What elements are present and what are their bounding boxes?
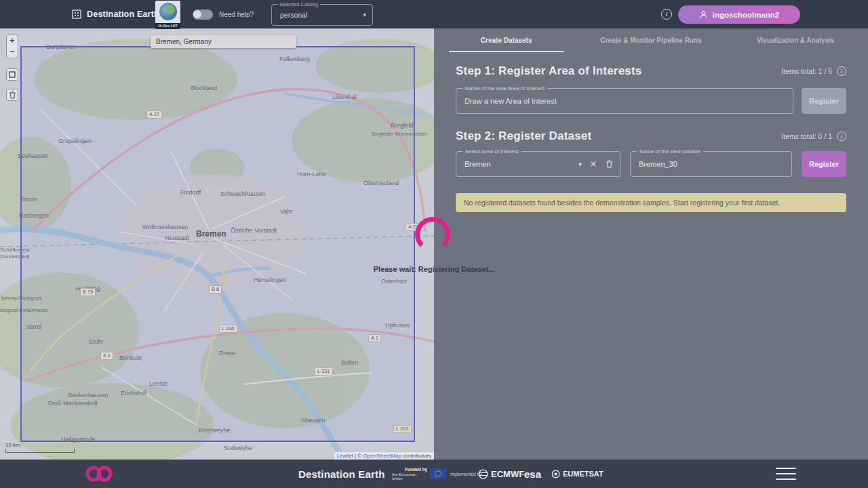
tab-bar: Create Datasets Create & Monitor Pipelin…	[434, 28, 868, 52]
loading-spinner	[415, 217, 450, 252]
dataset-name-field[interactable]: Name of the new Dataset Bremen_30	[630, 151, 792, 177]
info-icon[interactable]: i	[837, 66, 846, 76]
funded-by-line2: the European Union	[392, 472, 427, 481]
aoi-select[interactable]: Select Area of Interest Bremen ▾ ✕	[456, 151, 620, 177]
rectangle-icon	[9, 71, 16, 78]
user-icon	[699, 10, 708, 19]
aoi-select-label: Select Area of Interest	[462, 148, 521, 155]
hires-lst-button[interactable]: Hi-Res LST	[155, 1, 180, 29]
right-panel: Create Datasets Create & Monitor Pipelin…	[434, 28, 868, 460]
attribution-separator: | ©	[353, 453, 363, 459]
no-datasets-alert: No registered datasets found besides the…	[456, 193, 846, 212]
draw-rectangle-button[interactable]	[6, 68, 18, 81]
aoi-name-field[interactable]: Name of the new Area of Interest Draw a …	[456, 88, 793, 114]
esa-label: esa	[524, 468, 541, 480]
attribution-suffix: contributors	[401, 453, 431, 459]
destination-earth-logo-icon	[72, 9, 81, 19]
step2-form-row: Select Area of Interest Bremen ▾ ✕ Name …	[456, 151, 846, 177]
footer-brand: Destination Earth	[298, 460, 385, 488]
zoom-out-button[interactable]: −	[6, 46, 18, 58]
eu-flag-icon	[430, 468, 446, 479]
eumetsat-globe-icon	[551, 470, 560, 479]
clear-selection-icon[interactable]: ✕	[590, 159, 597, 169]
zoom-in-button[interactable]: +	[6, 35, 18, 47]
app-root: Destination Earth Hi-Res LST Need help? …	[0, 0, 868, 488]
step1-header: Step 1: Register Area of Interests Items…	[456, 62, 846, 80]
menu-button[interactable]	[776, 468, 796, 480]
brand-title: Destination Earth	[87, 9, 159, 19]
tab-visualization[interactable]: Visualization & Analysis	[724, 28, 868, 52]
dataset-name-field-label: Name of the new Dataset	[637, 148, 703, 155]
map-canvas[interactable]: BurgdammFalkenbergBlocklandLilienthalBor…	[0, 28, 434, 460]
menu-icon-bar	[776, 479, 796, 480]
toggle-knob	[193, 10, 201, 18]
step2-title: Step 2: Register Dataset	[456, 129, 591, 143]
chevron-down-icon: ▾	[363, 12, 366, 18]
ecmwf-globe-icon	[478, 469, 488, 479]
register-dataset-button[interactable]: Register	[802, 151, 846, 177]
menu-icon-bar	[776, 468, 796, 469]
aoi-name-field-label: Name of the new Area of Interest	[462, 85, 547, 92]
catalog-select-label: Selected Catalog	[277, 1, 320, 7]
ecmwf-logo: ECMWF	[478, 460, 524, 488]
aoi-selection-rectangle[interactable]	[20, 46, 415, 442]
register-aoi-button[interactable]: Register	[802, 88, 846, 114]
username: ingoschoolmann2	[713, 11, 779, 19]
funded-by-block: Funded by the European Union	[392, 460, 427, 488]
need-help-label: Need help?	[219, 11, 254, 18]
osm-link[interactable]: OpenStreetMap	[363, 453, 401, 459]
delete-shape-button[interactable]	[6, 89, 18, 101]
menu-icon-bar	[776, 473, 796, 474]
dataset-name-field-value: Bremen_30	[639, 160, 677, 168]
brand: Destination Earth	[72, 0, 159, 28]
help-toggle[interactable]	[193, 9, 213, 20]
step1-items-total: Items total: 1 / 5 i	[781, 66, 846, 76]
hires-lst-label: Hi-Res LST	[155, 23, 180, 29]
catalog-select[interactable]: Selected Catalog personal ▾	[271, 4, 373, 26]
step1-title: Step 1: Register Area of Interests	[456, 64, 642, 78]
trash-icon	[9, 91, 16, 99]
destination-earth-infinity-logo-icon	[81, 464, 117, 483]
step2-header: Step 2: Register Dataset Items total: 0 …	[456, 127, 846, 145]
loading-message: Please wait: Registering Dataset...	[326, 265, 542, 273]
eumetsat-logo: EUMETSAT	[551, 460, 604, 488]
leaflet-link[interactable]: Leaflet	[337, 453, 353, 459]
esa-logo: esa	[524, 460, 541, 488]
step2-items-total: Items total: 0 / 1 i	[781, 131, 846, 141]
map-tooltip: Bremen, Germany	[151, 35, 296, 48]
tab-create-datasets[interactable]: Create Datasets	[434, 28, 578, 52]
step1-items-total-text: Items total: 1 / 5	[781, 67, 832, 75]
top-header: Destination Earth Hi-Res LST Need help? …	[0, 0, 868, 28]
footer: Destination Earth Funded by the European…	[0, 460, 868, 488]
step2-items-total-text: Items total: 0 / 1	[781, 132, 832, 140]
implemented-by-label: Implemented by	[450, 460, 481, 488]
ecmwf-label: ECMWF	[491, 469, 524, 479]
user-menu-button[interactable]: ingoschoolmann2	[678, 5, 800, 24]
globe-icon	[159, 3, 177, 20]
tab-pipeline-runs[interactable]: Create & Monitor Pipeline Runs	[578, 28, 723, 52]
map-attribution: Leaflet | © OpenStreetMap contributors	[334, 452, 434, 460]
delete-aoi-icon[interactable]	[606, 160, 613, 168]
map-scale-bar	[5, 449, 75, 453]
help-area: Need help?	[193, 0, 254, 28]
aoi-name-field-placeholder: Draw a new Area of Interest	[465, 97, 557, 105]
catalog-select-value: personal	[280, 11, 307, 19]
eumetsat-label: EUMETSAT	[563, 470, 604, 478]
chevron-down-icon[interactable]: ▾	[578, 161, 582, 168]
map-scale-label: 10 km	[5, 442, 20, 448]
info-icon[interactable]: i	[837, 131, 846, 141]
map-scale: 10 km	[5, 442, 75, 453]
funded-by-line1: Funded by	[405, 467, 427, 472]
aoi-select-value: Bremen	[465, 160, 491, 168]
info-icon[interactable]: i	[661, 9, 672, 20]
step1-form-row: Name of the new Area of Interest Draw a …	[456, 88, 846, 114]
